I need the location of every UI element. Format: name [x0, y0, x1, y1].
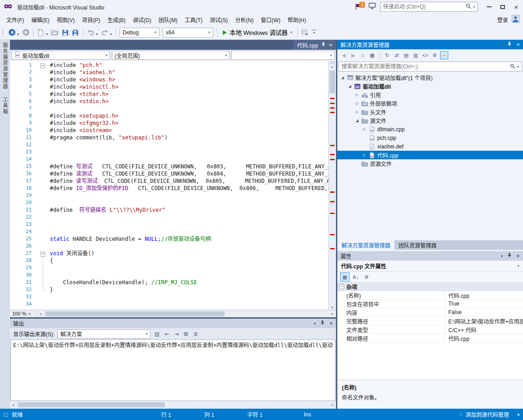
save-button[interactable] — [60, 27, 70, 38]
pending-changes-filter-icon[interactable]: ↻ — [383, 51, 391, 59]
code-line[interactable]: 17#define 读写测试 CTL_CODE(FILE_DEVICE_UNKN… — [10, 177, 328, 185]
code-line[interactable]: 3#include <windows.h> — [10, 76, 328, 83]
window-close-button[interactable]: × — [509, 0, 523, 14]
code-line[interactable]: 10#include <iostream> — [10, 127, 328, 134]
goto-next-message-icon[interactable]: ⇥ — [173, 331, 180, 337]
property-value[interactable]: 代码.cpp — [445, 334, 523, 342]
save-all-button[interactable] — [71, 27, 81, 38]
code-line[interactable]: 7 — [10, 105, 328, 112]
undo-button[interactable] — [86, 27, 96, 38]
property-row[interactable]: 完整路径E:\网站上架\驱动反作弊+应用层反录 — [337, 317, 523, 325]
scroll-right-icon[interactable]: ► — [329, 401, 336, 409]
property-row[interactable]: 文件类型C/C++ 代码 — [337, 325, 523, 334]
window-maximize-button[interactable] — [496, 0, 509, 14]
tree-expand-arrow-icon[interactable]: ◢ — [339, 76, 346, 80]
collapse-all-icon[interactable]: ▥ — [412, 51, 420, 59]
tree-item[interactable]: ++pch.cpp — [337, 134, 523, 142]
solution-explorer-header[interactable]: 解决方案资源管理器 ▾ × — [337, 40, 523, 49]
code-line[interactable]: 8#include <setupapi.h> — [10, 112, 328, 119]
close-icon[interactable]: × — [329, 320, 333, 327]
code-line[interactable]: 26 — [10, 243, 328, 250]
menu-item[interactable]: 生成(B) — [104, 14, 129, 25]
back-icon[interactable]: ◀ — [340, 51, 348, 59]
nav-scope-dropdown[interactable]: (全局范围) ▾ — [112, 51, 230, 60]
property-value[interactable]: 代码.cpp — [445, 291, 523, 299]
word-wrap-icon[interactable]: ≣ — [192, 331, 199, 337]
nav-member-dropdown[interactable]: ▾ — [231, 51, 335, 60]
show-all-files-icon[interactable]: ▤ — [402, 51, 410, 59]
output-source-dropdown[interactable]: 解决方案 ▾ — [58, 329, 150, 339]
code-line[interactable]: 22 — [10, 214, 328, 221]
splitter-handle[interactable] — [331, 62, 334, 64]
redo-caret-icon[interactable]: ▾ — [110, 32, 112, 36]
property-row[interactable]: 内容False — [337, 308, 523, 317]
tab-close-icon[interactable]: × — [329, 42, 332, 48]
scroll-right-icon[interactable]: ► — [329, 310, 336, 317]
nav-back-button[interactable] — [7, 27, 17, 38]
code-line[interactable]: 32} — [10, 286, 328, 293]
code-line[interactable]: 6#include <stdio.h> — [10, 98, 328, 105]
menu-item[interactable]: 项目(P) — [78, 14, 104, 25]
start-debug-button[interactable]: 本地 Windows 调试器 ▾ — [220, 27, 295, 38]
scroll-left-icon[interactable]: ◄ — [37, 310, 44, 317]
code-line[interactable]: 30 — [10, 272, 328, 279]
find-message-icon[interactable]: ▤ — [154, 331, 160, 337]
properties-object-selector[interactable]: 代码.cpp 文件属性 ▾ — [337, 261, 523, 272]
code-line[interactable]: 15#define 写测试 CTL_CODE(FILE_DEVICE_UNKNO… — [10, 163, 328, 170]
code-line[interactable]: 28{ — [10, 257, 328, 264]
scroll-up-icon[interactable]: ▲ — [329, 65, 336, 68]
notifications-flag-icon[interactable]: 1 — [355, 3, 361, 10]
property-row[interactable]: (名称)代码.cpp — [337, 291, 523, 300]
menu-item[interactable]: 工具(T) — [181, 14, 206, 25]
property-value[interactable]: True — [445, 300, 523, 308]
menu-item[interactable]: 编辑(E) — [28, 14, 53, 25]
output-panel-header[interactable]: 输出 ▾ × — [10, 319, 336, 328]
quick-launch-caret-icon[interactable]: ▾ — [473, 5, 475, 9]
tree-item[interactable]: ▷++代码.cpp — [337, 151, 523, 159]
tree-expand-arrow-icon[interactable]: ▷ — [361, 153, 368, 157]
code-line[interactable]: 21#define 符号链接名 L"\\??\\MyDriver" — [10, 206, 328, 214]
attach-to-process-icon[interactable] — [300, 27, 310, 38]
menu-item[interactable]: 视图(V) — [53, 14, 78, 25]
fold-collapse-button[interactable]: − — [40, 252, 45, 257]
tree-item[interactable]: ▷外部依赖项 — [337, 99, 523, 108]
quick-launch-box[interactable]: ▾ — [380, 2, 478, 12]
code-line[interactable]: 13 — [10, 148, 328, 156]
menu-item[interactable]: 调试(D) — [129, 14, 155, 25]
code-line[interactable]: 18#define IO_添加受保护的PID CTL_CODE(FILE_DEV… — [10, 185, 328, 192]
search-icon[interactable] — [465, 3, 471, 10]
nav-forward-button[interactable] — [21, 27, 31, 38]
solution-search-input[interactable] — [341, 63, 508, 70]
quick-launch-input[interactable] — [383, 4, 464, 10]
code-line[interactable]: 9#include <cfgmgr32.h> — [10, 119, 328, 127]
tree-item[interactable]: xiaohei.def — [337, 142, 523, 151]
code-editor[interactable]: 1−#include "pch.h"2#include "xiaohei.h"3… — [10, 61, 336, 310]
editor-hscrollbar[interactable]: ◄ ► — [37, 310, 336, 317]
tree-item[interactable]: 资源文件 — [337, 159, 523, 168]
vertical-tool-tab[interactable]: 工具箱 — [1, 97, 9, 115]
code-line[interactable]: 27−void 关闭设备() — [10, 250, 328, 257]
property-row[interactable]: 包含在项目中True — [337, 300, 523, 308]
alphabetical-sort-icon[interactable]: A↓ — [351, 272, 360, 282]
solution-configuration-combo[interactable]: Debug ▾ — [120, 28, 159, 38]
tree-item[interactable]: ▷头文件 — [337, 108, 523, 116]
tree-expand-arrow-icon[interactable]: ▷ — [354, 93, 360, 97]
property-category-row[interactable]: − 杂项 — [337, 283, 523, 291]
tree-expand-arrow-icon[interactable]: ▷ — [354, 101, 360, 105]
code-line[interactable]: 5#include <tchar.h> — [10, 91, 328, 98]
feedback-icon[interactable] — [369, 3, 376, 11]
nav-project-dropdown[interactable]: ++ 驱动加载dll ▾ — [11, 51, 110, 60]
tree-item[interactable]: ◢源文件 — [337, 116, 523, 125]
hscroll-thumb[interactable] — [18, 402, 165, 407]
redo-button[interactable] — [100, 27, 110, 38]
menu-item[interactable]: 测试(S) — [206, 14, 231, 25]
menu-item[interactable]: 帮助(H) — [284, 14, 310, 25]
property-value[interactable]: False — [445, 308, 523, 316]
fold-collapse-button[interactable]: − — [40, 63, 45, 68]
keep-open-pin-icon[interactable] — [321, 42, 326, 48]
pin-icon[interactable] — [320, 320, 325, 327]
code-line[interactable]: 1−#include "pch.h" — [10, 62, 328, 69]
code-line[interactable]: 33 — [10, 293, 328, 301]
window-position-caret-icon[interactable]: ▾ — [314, 321, 316, 326]
output-content[interactable]: E:\网站上架\驱动反作弊+应用层反录制+内置情缘源码\驱动反作弊+应用层反录制… — [10, 339, 336, 401]
